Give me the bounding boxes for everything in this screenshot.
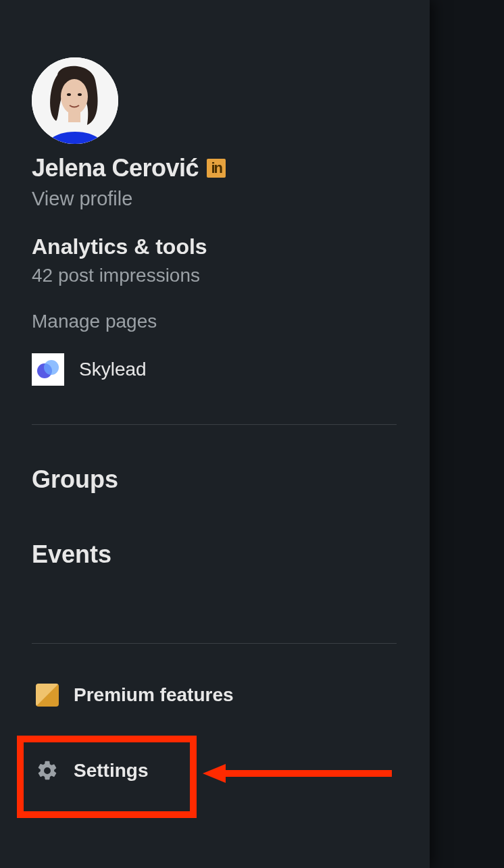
analytics-title[interactable]: Analytics & tools	[32, 234, 207, 259]
premium-features-item[interactable]: Premium features	[36, 684, 234, 707]
manage-pages-label: Manage pages	[32, 311, 157, 332]
background-feed: Sa Writing 7 Ways 7 C T E Re Home	[430, 0, 504, 868]
svg-point-8	[78, 93, 82, 96]
settings-label: Settings	[74, 760, 148, 782]
managed-page-item[interactable]: Skylead	[32, 353, 147, 386]
svg-point-10	[44, 360, 59, 375]
nav-events[interactable]: Events	[32, 540, 111, 569]
nav-groups[interactable]: Groups	[32, 465, 118, 494]
page-logo-icon	[32, 353, 64, 386]
premium-in-badge-icon: in	[207, 159, 226, 178]
user-avatar[interactable]	[32, 57, 118, 144]
gear-icon	[36, 759, 59, 782]
divider	[32, 424, 397, 425]
user-name-row[interactable]: Jelena Cerović in	[32, 154, 226, 182]
settings-item[interactable]: Settings	[36, 759, 148, 782]
premium-badge-icon	[36, 684, 59, 707]
svg-point-5	[61, 79, 88, 114]
premium-label: Premium features	[74, 684, 234, 706]
post-impressions[interactable]: 42 post impressions	[32, 265, 200, 286]
svg-rect-6	[68, 110, 80, 122]
svg-point-7	[67, 93, 71, 96]
user-name: Jelena Cerović	[32, 154, 199, 182]
divider	[32, 643, 397, 644]
view-profile-link[interactable]: View profile	[32, 188, 132, 210]
page-name: Skylead	[79, 359, 147, 380]
sidebar-drawer: Jelena Cerović in View profile Analytics…	[0, 0, 430, 868]
